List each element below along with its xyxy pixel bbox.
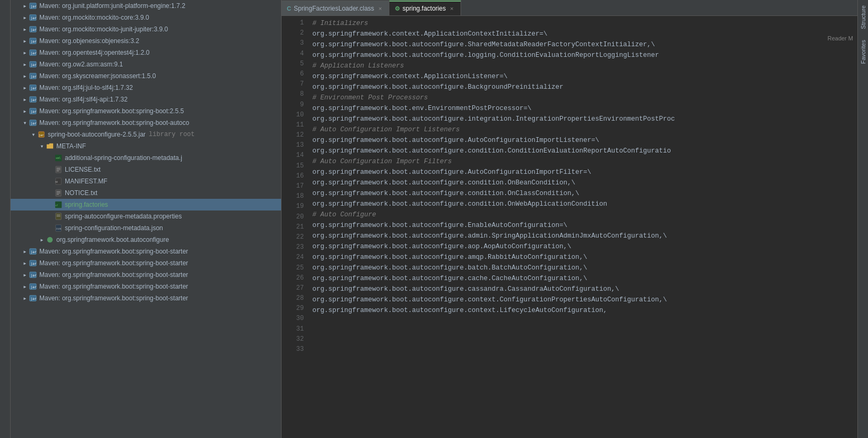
code-text: org.springframework.boot.autoconfigure.b… — [312, 264, 588, 272]
file-icon-maven: jar — [29, 13, 37, 22]
item-label: Maven: org.ow2.asm:asm:9.1 — [39, 61, 123, 68]
code-line-27: org.springframework.boot.autoconfigure.a… — [312, 241, 857, 252]
tree-item-maven-spring-boot-auto[interactable]: jarMaven: org.springframework.boot:sprin… — [11, 117, 281, 129]
line-number-1: 1 — [282, 18, 304, 28]
line-number-14: 14 — [282, 150, 304, 161]
file-icon-folder — [46, 142, 54, 150]
project-panel: jarMaven: org.junit.platform:junit-platf… — [11, 0, 282, 438]
code-text: org.springframework.boot.autoconfigure.S… — [312, 41, 655, 48]
expand-arrow[interactable] — [21, 14, 29, 21]
tree-item-maven-slf4j-jul[interactable]: jarMaven: org.slf4j:jul-to-slf4j:1.7.32 — [11, 82, 281, 94]
comment-text: # Application Listeners — [312, 62, 404, 70]
line-number-7: 7 — [282, 79, 304, 89]
expand-arrow[interactable] — [21, 37, 29, 45]
tree-item-maven-mockito-junit[interactable]: jarMaven: org.mockito:mockito-junit-jupi… — [11, 23, 281, 35]
expand-arrow[interactable] — [21, 96, 29, 103]
tree-item-maven-spring-boot-starter2[interactable]: jarMaven: org.springframework.boot:sprin… — [11, 257, 281, 269]
tree-item-maven-spring-boot-starter3[interactable]: jarMaven: org.springframework.boot:sprin… — [11, 269, 281, 281]
expand-arrow[interactable] — [21, 49, 29, 56]
expand-arrow[interactable] — [21, 26, 29, 33]
project-tree: jarMaven: org.junit.platform:junit-platf… — [11, 0, 281, 438]
expand-arrow[interactable] — [21, 248, 29, 255]
tree-item-jar-spring-boot-auto[interactable]: jarspring-boot-autoconfigure-2.5.5.jar l… — [11, 129, 281, 140]
expand-arrow[interactable] — [21, 294, 29, 302]
comment-text: # Environment Post Processors — [312, 94, 428, 102]
right-tab-structure[interactable]: Structure — [858, 0, 868, 35]
item-label: Maven: org.opentest4j:opentest4j:1.2.0 — [39, 49, 149, 56]
expand-arrow[interactable] — [30, 131, 37, 138]
code-text: org.springframework.boot.autoconfigure.a… — [312, 254, 588, 261]
comment-text: # Initializers — [312, 20, 368, 27]
code-line-20: org.springframework.boot.autoconfigure.c… — [312, 178, 857, 188]
item-label: spring-boot-autoconfigure-2.5.5.jar — [48, 131, 146, 138]
tree-item-spring-autoconfigure-meta[interactable]: spring-autoconfigure-metadata.properties — [11, 210, 281, 222]
tree-item-maven-opentest4j[interactable]: jarMaven: org.opentest4j:opentest4j:1.2.… — [11, 47, 281, 58]
line-number-27: 27 — [282, 283, 304, 293]
right-tab-favorites[interactable]: Favorites — [858, 35, 868, 69]
line-number-24: 24 — [282, 252, 304, 263]
tree-item-maven-mockito-core[interactable]: jarMaven: org.mockito:mockito-core:3.9.0 — [11, 12, 281, 23]
tree-item-manifest[interactable]: MFMANIFEST.MF — [11, 175, 281, 187]
code-text: org.springframework.boot.autoconfigure.i… — [312, 115, 675, 123]
tree-item-maven-spring-boot-starter1[interactable]: jarMaven: org.springframework.boot:sprin… — [11, 246, 281, 257]
expand-arrow[interactable] — [21, 61, 29, 68]
code-text: org.springframework.context.ApplicationL… — [312, 73, 508, 80]
code-text: org.springframework.boot.autoconfigure.c… — [312, 307, 607, 314]
tree-item-maven-spring-boot-starter5[interactable]: jarMaven: org.springframework.boot:sprin… — [11, 292, 281, 304]
tab-class-tab[interactable]: C SpringFactoriesLoader.class × — [282, 1, 389, 15]
tree-item-spring-factories[interactable]: sfspring.factories — [11, 199, 281, 210]
expand-arrow[interactable] — [21, 271, 29, 279]
file-icon-maven: jar — [29, 2, 37, 10]
tree-item-maven-spring-boot-starter4[interactable]: jarMaven: org.springframework.boot:sprin… — [11, 281, 281, 292]
svg-text:xml: xml — [56, 156, 61, 159]
tree-item-license[interactable]: LICENSE.txt — [11, 164, 281, 175]
file-icon-txt — [54, 189, 63, 197]
line-number-21: 21 — [282, 222, 304, 232]
expand-arrow[interactable] — [21, 2, 29, 10]
svg-text:jar: jar — [31, 51, 37, 55]
tree-item-additional-spring[interactable]: xmladditional-spring-configuration-metad… — [11, 152, 281, 164]
tree-item-maven-slf4j-api[interactable]: jarMaven: org.slf4j:slf4j-api:1.7.32 — [11, 94, 281, 105]
tree-item-spring-config-meta[interactable]: JSONspring-configuration-metadata.json — [11, 222, 281, 234]
code-text: org.springframework.boot.autoconfigure.A… — [312, 137, 599, 144]
tree-item-maven-sky[interactable]: jarMaven: org.skyscreamer:jsonassert:1.5… — [11, 70, 281, 82]
tree-item-maven-ow2[interactable]: jarMaven: org.ow2.asm:asm:9.1 — [11, 58, 281, 70]
expand-arrow[interactable] — [38, 236, 46, 243]
expand-arrow[interactable] — [21, 107, 29, 115]
tab-close-button[interactable]: × — [377, 5, 383, 12]
item-label: Maven: org.springframework.boot:spring-b… — [39, 271, 188, 279]
tree-item-meta-inf[interactable]: META-INF — [11, 140, 281, 152]
expand-arrow[interactable] — [21, 259, 29, 267]
tree-item-maven-spring-boot[interactable]: jarMaven: org.springframework.boot:sprin… — [11, 105, 281, 117]
line-number-4: 4 — [282, 49, 304, 59]
code-line-7: org.springframework.context.ApplicationL… — [312, 71, 857, 82]
code-line-18: # Auto Configuration Import Filters — [312, 156, 857, 167]
code-line-31: org.springframework.boot.autoconfigure.c… — [312, 284, 857, 294]
file-icon-maven: jar — [29, 294, 37, 302]
expand-arrow[interactable] — [21, 119, 29, 127]
file-icon-factories: sf — [54, 200, 63, 209]
tree-item-maven-objenesis[interactable]: jarMaven: org.objenesis:objenesis:3.2 — [11, 35, 281, 47]
code-text: org.springframework.boot.autoconfigure.c… — [312, 200, 607, 208]
expand-arrow[interactable] — [21, 283, 29, 290]
tree-item-maven-junit[interactable]: jarMaven: org.junit.platform:junit-platf… — [11, 0, 281, 12]
tab-factories-tab[interactable]: ⚙ spring.factories × — [389, 1, 461, 15]
expand-arrow[interactable] — [21, 72, 29, 80]
code-text: org.springframework.boot.autoconfigure.E… — [312, 222, 567, 229]
code-text: org.springframework.boot.autoconfigure.c… — [312, 275, 588, 282]
code-line-12: org.springframework.boot.autoconfigure.i… — [312, 114, 857, 124]
code-area[interactable]: # Initializersorg.springframework.contex… — [308, 16, 857, 438]
tab-close-button[interactable]: × — [448, 5, 455, 12]
svg-text:jar: jar — [31, 273, 37, 277]
expand-arrow[interactable] — [38, 142, 46, 150]
code-line-15: org.springframework.boot.autoconfigure.A… — [312, 135, 857, 146]
expand-arrow[interactable] — [21, 84, 29, 91]
code-text: org.springframework.boot.autoconfigure.A… — [312, 169, 591, 176]
code-text: org.springframework.boot.autoconfigure.B… — [312, 83, 564, 91]
tree-item-org-spring-autoconfigure[interactable]: org.springframework.boot.autoconfigure — [11, 234, 281, 246]
item-label: additional-spring-configuration-metadata… — [65, 154, 182, 162]
svg-text:jar: jar — [39, 133, 44, 137]
file-icon-maven: jar — [29, 95, 37, 104]
item-label: Maven: org.springframework.boot:spring-b… — [39, 248, 188, 255]
tree-item-notice[interactable]: NOTICE.txt — [11, 187, 281, 199]
